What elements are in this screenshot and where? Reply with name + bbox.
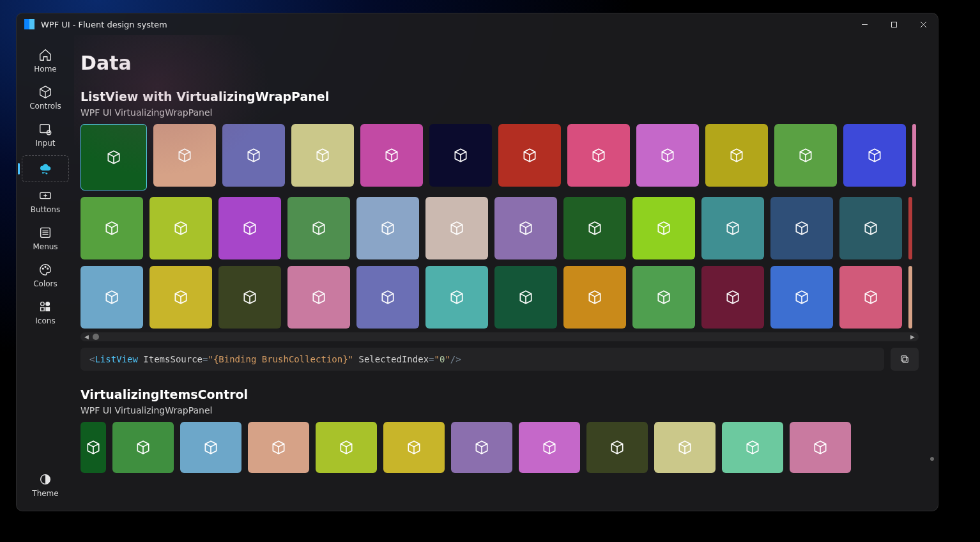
swatch-item[interactable] — [701, 266, 764, 329]
swatch-item[interactable] — [654, 422, 716, 473]
swatch-item[interactable] — [287, 197, 350, 259]
swatch-item[interactable] — [80, 422, 106, 473]
swatch-item[interactable] — [287, 266, 350, 329]
scroll-right-icon[interactable]: ▶ — [910, 334, 915, 340]
swatch-item[interactable] — [149, 266, 212, 329]
sidebar-item-label: Controls — [29, 102, 61, 111]
swatch-item[interactable] — [80, 197, 143, 259]
swatch-item[interactable] — [722, 422, 783, 473]
swatch-item[interactable] — [519, 422, 580, 473]
swatch-item[interactable] — [908, 197, 912, 259]
theme-icon — [38, 472, 52, 486]
swatch-item[interactable] — [425, 197, 488, 259]
section-heading-listview: ListView with VirtualizingWrapPanel — [80, 89, 919, 104]
swatch-item[interactable] — [839, 266, 902, 329]
swatch-item[interactable] — [494, 197, 557, 259]
swatch-item[interactable] — [705, 124, 768, 187]
page-title: Data — [80, 52, 919, 74]
maximize-button[interactable] — [879, 13, 908, 35]
swatch-item[interactable] — [636, 124, 699, 187]
palette-icon — [38, 263, 52, 277]
swatch-item[interactable] — [356, 197, 419, 259]
swatch-item[interactable] — [316, 422, 377, 473]
scroll-thumb[interactable] — [93, 334, 99, 340]
swatch-item[interactable] — [498, 124, 561, 187]
sidebar-item-label: Menus — [33, 242, 57, 251]
svg-point-16 — [47, 268, 49, 269]
swatch-item[interactable] — [153, 124, 216, 187]
sidebar-item-label: Colors — [33, 279, 57, 288]
sidebar-item-label: Theme — [32, 489, 58, 498]
sidebar-item-label: Input — [35, 139, 55, 148]
svg-point-17 — [41, 302, 44, 306]
sidebar-item-buttons[interactable]: Buttons — [22, 185, 69, 219]
sidebar-item-colors[interactable]: Colors — [22, 259, 69, 293]
titlebar[interactable]: WPF UI - Fluent design system — [17, 13, 938, 35]
swatch-item[interactable] — [80, 266, 143, 329]
swatch-item[interactable] — [149, 197, 212, 259]
sidebar-item-menus[interactable]: Menus — [22, 222, 69, 256]
minimize-button[interactable] — [850, 13, 879, 35]
copy-code-button[interactable] — [891, 348, 919, 371]
swatch-item[interactable] — [248, 422, 309, 473]
svg-point-7 — [42, 172, 44, 174]
swatch-item[interactable] — [790, 422, 851, 473]
svg-point-18 — [46, 302, 50, 306]
swatch-item[interactable] — [383, 422, 445, 473]
swatch-item[interactable] — [774, 124, 837, 187]
swatch-item[interactable] — [912, 124, 916, 187]
swatch-item[interactable] — [291, 124, 354, 187]
swatch-item[interactable] — [843, 124, 906, 187]
swatch-item[interactable] — [770, 266, 833, 329]
sidebar-item-home[interactable]: Home — [22, 44, 69, 79]
sidebar-item-controls[interactable]: Controls — [22, 81, 69, 116]
swatch-item[interactable] — [770, 197, 833, 259]
app-window: WPF UI - Fluent design system Home — [16, 13, 938, 511]
svg-rect-1 — [891, 22, 896, 27]
close-button[interactable] — [908, 13, 938, 35]
content-area: Data ListView with VirtualizingWrapPanel… — [74, 35, 938, 511]
swatch-item[interactable] — [360, 124, 423, 187]
swatch-item[interactable] — [451, 422, 512, 473]
swatch-item[interactable] — [494, 266, 557, 329]
swatch-item[interactable] — [429, 124, 492, 187]
sidebar-item-theme[interactable]: Theme — [22, 468, 69, 503]
svg-point-14 — [42, 268, 43, 269]
cube-icon — [38, 85, 52, 99]
swatch-item[interactable] — [567, 124, 630, 187]
code-snippet[interactable]: <ListView ItemsSource="{Binding BrushCol… — [80, 348, 884, 371]
swatch-item[interactable] — [563, 266, 626, 329]
swatch-item[interactable] — [112, 422, 174, 473]
swatch-item[interactable] — [218, 197, 281, 259]
swatch-item[interactable] — [218, 266, 281, 329]
listview-swatch-grid[interactable] — [80, 124, 919, 329]
swatch-item[interactable] — [222, 124, 285, 187]
swatch-item[interactable] — [632, 266, 695, 329]
swatch-item[interactable] — [356, 266, 419, 329]
sidebar-item-icons[interactable]: Icons — [22, 296, 69, 330]
sidebar: Home Controls Input — [17, 35, 74, 511]
horizontal-scrollbar[interactable]: ◀ ▶ — [80, 332, 919, 341]
button-icon — [38, 189, 52, 203]
app-logo-icon — [24, 19, 34, 29]
sidebar-item-data[interactable] — [22, 155, 69, 182]
swatch-item[interactable] — [180, 422, 241, 473]
swatch-item[interactable] — [701, 197, 764, 259]
svg-point-8 — [45, 173, 47, 174]
svg-rect-19 — [41, 307, 44, 311]
swatch-item[interactable] — [908, 266, 912, 329]
section-heading-virtualizing: VirtualizingItemsControl — [80, 387, 919, 401]
svg-rect-22 — [903, 357, 908, 362]
sidebar-item-label: Buttons — [31, 205, 60, 214]
swatch-item[interactable] — [839, 197, 902, 259]
section-subtitle: WPF UI VirtualizingWrapPanel — [80, 107, 919, 118]
vertical-scroll-indicator[interactable] — [930, 457, 934, 461]
swatch-item[interactable] — [80, 124, 147, 190]
swatch-item[interactable] — [425, 266, 488, 329]
swatch-item[interactable] — [586, 422, 648, 473]
swatch-item[interactable] — [632, 197, 695, 259]
sidebar-item-input[interactable]: Input — [22, 118, 69, 153]
scroll-left-icon[interactable]: ◀ — [84, 334, 89, 340]
swatch-item[interactable] — [563, 197, 626, 259]
itemscontrol-swatch-row[interactable] — [80, 422, 919, 473]
